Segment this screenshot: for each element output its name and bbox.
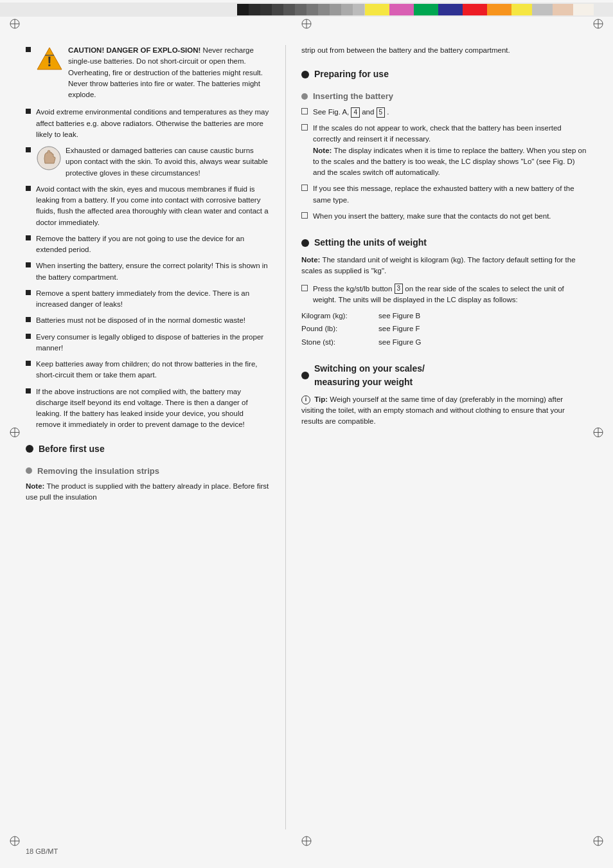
switching-on-header: Switching on your scales/ measuring your…: [301, 362, 587, 389]
silver-swatch: [532, 4, 553, 15]
setting-units-title: Setting the units of weight: [314, 236, 427, 249]
bullet-item-instructions: If the above instructions are not compli…: [26, 386, 270, 431]
red-swatch: [463, 4, 487, 15]
bullet-text: When inserting the battery, ensure the c…: [36, 260, 270, 283]
reg-mark-tc: [301, 18, 312, 33]
green-swatch: [414, 4, 438, 15]
unit-row-st: Stone (st): see Figure G: [301, 337, 587, 348]
reg-mark-rm: [592, 427, 604, 442]
sub-dot-bullet: [301, 93, 308, 100]
yellow-swatch: [365, 4, 389, 15]
yellow2-swatch: [511, 4, 532, 15]
bullet-item-skin: Avoid contact with the skin, eyes and mu…: [26, 184, 270, 228]
page: ! CAUTION! DANGER OF EXPLO-SION! Never r…: [0, 0, 613, 868]
skin-swatch: [553, 4, 573, 15]
reg-mark-bc: [301, 835, 312, 850]
note-label: Note:: [26, 482, 44, 490]
boxed-num-4: 4: [351, 107, 360, 118]
glove-content: Exhausted or damaged batteries can cause…: [36, 145, 270, 179]
check-item-contacts: When you insert the battery, make sure t…: [301, 211, 587, 222]
bullet-square: [26, 334, 31, 339]
swatch: [330, 4, 341, 15]
bullet-text: Keep batteries away from children; do no…: [36, 359, 270, 381]
setting-units-note: Note: The standard unit of weight is kil…: [301, 255, 587, 277]
switching-on-title: Switching on your scales/ measuring your…: [314, 362, 425, 389]
swatch: [260, 4, 272, 15]
setting-units-header: Setting the units of weight: [301, 236, 587, 249]
check-item-replace-battery: If you see this message, replace the exh…: [301, 183, 587, 206]
bullet-square: [26, 47, 31, 52]
check-item-press-button: Press the kg/st/lb button 3 on the rear …: [301, 284, 587, 306]
caution-text: CAUTION! DANGER OF EXPLO-SION! Never rec…: [68, 45, 270, 100]
reg-mark-br: [592, 835, 604, 850]
check-item-fig-a: See Fig. A, 4 and 5 .: [301, 107, 587, 118]
tip-block: i Tip: Weigh yourself at the same time o…: [301, 394, 587, 428]
swatch: [318, 4, 330, 15]
continued-text: strip out from between the battery and t…: [301, 45, 587, 56]
inserting-battery-header: Inserting the battery: [301, 90, 587, 103]
column-divider: [285, 45, 286, 829]
swatch: [272, 4, 283, 15]
caution-heading: CAUTION! DANGER OF EXPLO-SION!: [68, 46, 200, 54]
switching-on-title-line2: measuring your weight: [314, 375, 425, 389]
dot-bullet: [301, 372, 309, 379]
bullet-item-waste: Batteries must not be disposed of in the…: [26, 315, 270, 326]
before-first-use-header: Before first use: [26, 442, 270, 456]
black-swatches: [237, 4, 376, 15]
left-column: ! CAUTION! DANGER OF EXPLO-SION! Never r…: [26, 45, 270, 829]
tip-icon: i: [301, 395, 310, 404]
bullet-square: [26, 290, 31, 295]
note-label: Note:: [313, 147, 332, 154]
bullet-item-spent: Remove a spent battery immediately from …: [26, 288, 270, 311]
removing-insulation-text: Note: The product is supplied with the b…: [26, 481, 270, 503]
caution-body: Never recharge single-use batteries. Do …: [68, 46, 263, 98]
bullet-square: [26, 361, 31, 366]
unit-value-lb: see Figure F: [378, 323, 420, 334]
bullet-item-polarity: When inserting the battery, ensure the c…: [26, 260, 270, 283]
bullet-square: [26, 235, 31, 240]
bullet-item-legal: Every consumer is legally obliged to dis…: [26, 332, 270, 354]
bullet-text: Every consumer is legally obliged to dis…: [36, 332, 270, 354]
magenta-swatch: [389, 4, 414, 15]
check-text: Press the kg/st/lb button 3 on the rear …: [313, 284, 587, 306]
swatch: [306, 4, 318, 15]
glove-icon: [36, 145, 62, 174]
bullet-text: Remove a spent battery immediately from …: [36, 288, 270, 311]
glove-text: Exhausted or damaged batteries can cause…: [66, 145, 270, 179]
boxed-num-3: 3: [395, 284, 404, 294]
note-text: The product is supplied with the battery…: [26, 482, 269, 501]
switching-on-title-line1: Switching on your scales/: [314, 362, 425, 375]
reg-mark-bl: [9, 835, 21, 850]
caution-block: ! CAUTION! DANGER OF EXPLO-SION! Never r…: [26, 45, 270, 102]
bullet-text: Batteries must not be disposed of in the…: [36, 315, 270, 326]
dot-bullet: [301, 71, 309, 78]
check-box: [301, 285, 308, 291]
tip-label: Tip:: [314, 395, 328, 403]
reg-mark-tr: [592, 18, 604, 33]
white-swatch: [573, 4, 594, 15]
removing-insulation-title: Removing the insulation strips: [37, 465, 159, 478]
content-area: ! CAUTION! DANGER OF EXPLO-SION! Never r…: [26, 45, 587, 829]
check-box: [301, 124, 308, 131]
swatch: [341, 4, 353, 15]
bullet-square: [26, 262, 31, 267]
note-text: The standard unit of weight is kilogram …: [301, 256, 576, 275]
bullet-text: Remove the battery if you are not going …: [36, 233, 270, 256]
unit-row-kg: Kilogram (kg): see Figure B: [301, 311, 587, 321]
before-first-use-title: Before first use: [39, 442, 105, 456]
bullet-square: [26, 317, 31, 322]
removing-insulation-header: Removing the insulation strips: [26, 465, 270, 478]
unit-table: Kilogram (kg): see Figure B Pound (lb): …: [301, 311, 587, 348]
swatch: [283, 4, 295, 15]
check-text: If you see this message, replace the exh…: [313, 183, 587, 206]
orange-swatch: [487, 4, 511, 15]
right-column: strip out from between the battery and t…: [301, 45, 587, 829]
swatch: [353, 4, 364, 15]
inserting-battery-title: Inserting the battery: [313, 90, 393, 103]
check-box: [301, 212, 308, 219]
check-item-battery-work: If the scales do not appear to work, che…: [301, 123, 587, 178]
bullet-square: [26, 147, 31, 152]
boxed-num-5: 5: [377, 107, 386, 118]
dot-bullet: [26, 445, 33, 453]
unit-value-kg: see Figure B: [378, 311, 420, 321]
